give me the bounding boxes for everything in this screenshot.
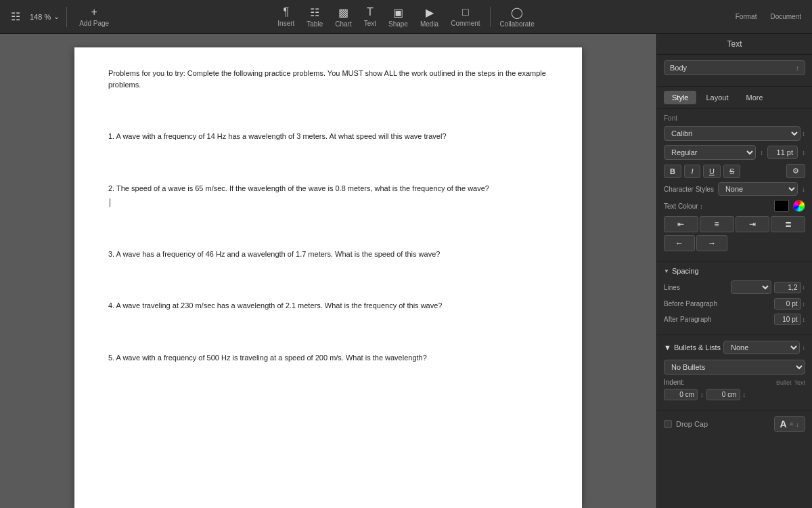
- comment-icon: □: [462, 6, 469, 18]
- indent-label-row: Indent: Bullet Text: [664, 379, 805, 386]
- bullets-select[interactable]: None: [723, 341, 800, 354]
- intro-paragraph: Problems for you to try: Complete the fo…: [108, 68, 548, 90]
- text-colour-swatch[interactable]: [774, 200, 789, 212]
- before-stepper[interactable]: ↕: [803, 301, 806, 308]
- add-page-button[interactable]: + Add Page: [74, 3, 114, 30]
- char-styles-select[interactable]: None: [718, 182, 798, 196]
- collaborate-label: Collaborate: [500, 20, 535, 28]
- insert-icon: ¶: [284, 6, 290, 18]
- indent-decrease-button[interactable]: ←: [664, 235, 695, 251]
- shape-label: Shape: [388, 20, 408, 28]
- collaborate-icon: ◯: [511, 6, 523, 19]
- document-label: Document: [770, 13, 801, 20]
- drop-cap-preview[interactable]: A ≡ ↓: [774, 416, 805, 432]
- align-right-button[interactable]: ⇥: [736, 216, 770, 232]
- shape-icon: ▣: [393, 6, 403, 19]
- bullets-header[interactable]: ▼ Bullets & Lists None ↓: [664, 341, 805, 354]
- spacing-triangle: ▼: [664, 268, 669, 274]
- after-paragraph-row: After Paragraph ↕: [664, 314, 805, 325]
- font-name-row: Calibri ↕: [664, 126, 805, 141]
- chart-icon: ▩: [338, 6, 348, 19]
- after-paragraph-input[interactable]: [774, 314, 801, 325]
- gear-button[interactable]: ⚙: [786, 164, 805, 178]
- align-left-button[interactable]: ⇤: [664, 216, 698, 232]
- text-stepper[interactable]: ↕: [743, 391, 746, 398]
- drop-cap-lines: ≡: [790, 421, 793, 427]
- divider-1: [66, 7, 67, 27]
- drop-cap-checkbox[interactable]: [664, 420, 672, 428]
- indent-text-input[interactable]: [706, 389, 740, 400]
- insert-button[interactable]: ¶ Insert: [272, 3, 300, 30]
- after-stepper[interactable]: ↕: [803, 316, 806, 323]
- text-icon: T: [367, 6, 374, 18]
- align-center-button[interactable]: ≡: [700, 216, 734, 232]
- collaborate-button[interactable]: ◯ Collaborate: [495, 3, 540, 30]
- pages-button[interactable]: ☷: [5, 7, 26, 26]
- tab-more[interactable]: More: [738, 91, 771, 104]
- spacing-label: Spacing: [672, 267, 699, 275]
- body-style-label: Body: [670, 64, 687, 72]
- font-name-select[interactable]: Calibri: [664, 126, 800, 141]
- lines-value-container: ↕: [774, 282, 806, 293]
- panel-tabs: Style Layout More: [657, 87, 812, 109]
- media-button[interactable]: ▶ Media: [415, 3, 444, 30]
- font-section: Font Calibri ↕ Regular ↕ ↕ B I U S: [657, 109, 812, 261]
- page[interactable]: Problems for you to try: Complete the fo…: [74, 47, 582, 508]
- chart-label: Chart: [335, 20, 351, 28]
- colour-wheel[interactable]: [793, 200, 805, 212]
- underline-button[interactable]: U: [703, 165, 721, 178]
- tab-layout[interactable]: Layout: [698, 91, 736, 104]
- font-size-input[interactable]: [767, 146, 798, 159]
- after-paragraph-value: ↕: [774, 314, 806, 325]
- document-button[interactable]: Document: [765, 10, 807, 23]
- problem-1: 1. A wave with a frequency of 14 Hz has …: [108, 131, 548, 142]
- lines-select[interactable]: [731, 280, 771, 294]
- document-area[interactable]: Problems for you to try: Complete the fo…: [0, 34, 656, 508]
- problem-4-text: 4. A wave traveling at 230 m/sec has a w…: [108, 300, 548, 312]
- indent-bullet-input[interactable]: [664, 389, 698, 400]
- text-button[interactable]: T Text: [359, 3, 382, 30]
- font-section-label: Font: [664, 114, 805, 122]
- bold-button[interactable]: B: [664, 165, 681, 178]
- spacing-header[interactable]: ▼ Spacing: [664, 267, 805, 275]
- chart-button[interactable]: ▩ Chart: [330, 3, 357, 30]
- drop-cap-icon: A: [780, 419, 787, 429]
- align-justify-button[interactable]: ≣: [771, 216, 805, 232]
- right-panel: Text Body ↕ Style Layout More Font Calib…: [656, 34, 812, 508]
- font-style-row: Regular ↕ ↕: [664, 145, 805, 160]
- italic-button[interactable]: I: [684, 165, 700, 178]
- problem-4: 4. A wave traveling at 230 m/sec has a w…: [108, 300, 548, 312]
- font-size-arrow: ↕: [802, 149, 805, 156]
- text-color-row: Text Colour ↕: [664, 200, 805, 212]
- before-paragraph-label: Before Paragraph: [664, 300, 771, 308]
- no-bullets-select[interactable]: No Bullets: [664, 360, 805, 375]
- indent-bullet-sublabel: Bullet: [776, 379, 792, 386]
- toolbar-left: ☷ 148 % ⌄ + Add Page: [5, 3, 141, 30]
- bullet-stepper[interactable]: ↕: [700, 391, 704, 398]
- lines-value-input[interactable]: [774, 282, 801, 293]
- font-style-select[interactable]: Regular: [664, 145, 756, 160]
- table-button[interactable]: ☷ Table: [301, 3, 328, 30]
- zoom-value: 148 %: [30, 13, 51, 21]
- font-name-arrow: ↕: [802, 130, 805, 137]
- bullets-label: Bullets & Lists: [674, 343, 721, 352]
- problem-5: 5. A wave with a frequency of 500 Hz is …: [108, 352, 548, 364]
- char-styles-row: Character Styles None ↓: [664, 182, 805, 196]
- body-style-dropdown[interactable]: Body ↕: [664, 60, 805, 75]
- shape-button[interactable]: ▣ Shape: [383, 3, 413, 30]
- problem-1-text: 1. A wave with a frequency of 14 Hz has …: [108, 131, 548, 142]
- format-button[interactable]: Format: [730, 10, 763, 23]
- strikethrough-button[interactable]: S: [723, 165, 740, 178]
- indent-increase-button[interactable]: →: [696, 235, 727, 251]
- align-row: ⇤ ≡ ⇥ ≣: [664, 216, 805, 232]
- toolbar-center: ¶ Insert ☷ Table ▩ Chart T Text ▣ Shape …: [143, 3, 669, 30]
- lines-stepper[interactable]: ↕: [803, 284, 806, 291]
- comment-button[interactable]: □ Comment: [445, 3, 485, 30]
- tab-style[interactable]: Style: [664, 91, 696, 104]
- indent-row: ← →: [664, 235, 805, 251]
- add-page-label: Add Page: [79, 20, 109, 27]
- drop-cap-section: Drop Cap A ≡ ↓: [657, 410, 812, 438]
- bullets-triangle: ▼: [664, 343, 671, 352]
- before-paragraph-input[interactable]: [774, 298, 801, 310]
- panel-header: Text: [657, 34, 812, 55]
